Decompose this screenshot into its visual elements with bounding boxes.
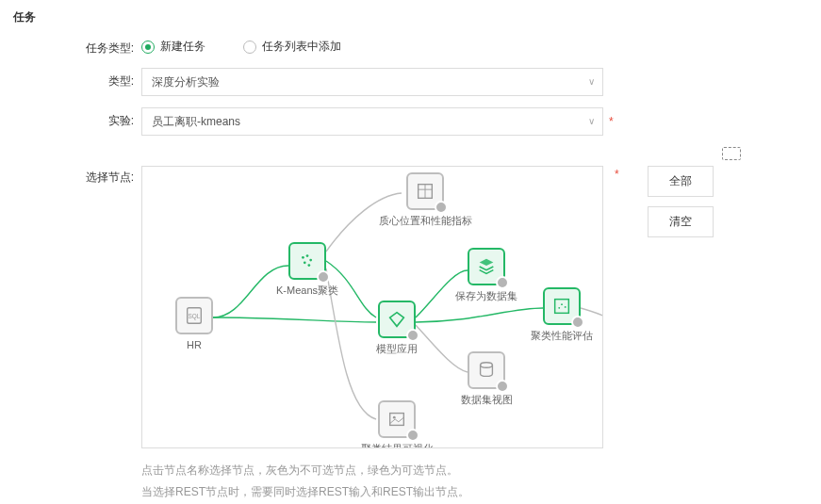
node-label: 数据集视图 xyxy=(444,393,529,406)
task-type-label: 任务类型: xyxy=(13,35,141,57)
status-badge-icon xyxy=(496,380,509,393)
diamond-icon xyxy=(386,309,407,330)
status-badge-icon xyxy=(435,201,448,214)
node-canvas[interactable]: SQL HR K-Means聚类 xyxy=(141,166,603,448)
chart-icon xyxy=(551,296,572,317)
required-mark: * xyxy=(615,166,619,181)
radio-new-label: 新建任务 xyxy=(160,39,205,55)
svg-text:SQL: SQL xyxy=(189,313,201,320)
svg-point-4 xyxy=(304,261,306,264)
svg-point-6 xyxy=(307,264,310,267)
fullscreen-icon[interactable] xyxy=(722,147,741,160)
node-label: 聚类结果可视化 xyxy=(354,442,439,448)
hint-line-1: 点击节点名称选择节点，灰色为不可选节点，绿色为可选节点。 xyxy=(141,460,808,481)
node-hr[interactable]: SQL HR xyxy=(152,297,237,351)
table-icon xyxy=(415,181,435,202)
svg-point-2 xyxy=(302,256,304,259)
svg-point-12 xyxy=(481,363,493,368)
status-badge-icon xyxy=(406,329,419,342)
cluster-icon xyxy=(297,251,318,271)
radio-append-label: 任务列表中添加 xyxy=(262,39,341,55)
svg-point-3 xyxy=(306,254,309,257)
svg-point-16 xyxy=(565,306,566,308)
node-label: 多视图 xyxy=(591,340,603,353)
node-label: 质心位置和性能指标 xyxy=(369,214,482,227)
status-badge-icon xyxy=(406,429,419,442)
sql-icon: SQL xyxy=(184,305,205,326)
experiment-select[interactable]: 员工离职-kmeans ∨ xyxy=(141,107,603,136)
radio-icon xyxy=(243,41,256,54)
hint-text: 点击节点名称选择节点，灰色为不可选节点，绿色为可选节点。 当选择REST节点时，… xyxy=(141,460,808,503)
image-icon xyxy=(386,409,407,430)
chevron-down-icon: ∨ xyxy=(588,69,595,95)
experiment-value: 员工离职-kmeans xyxy=(152,115,240,128)
select-all-button[interactable]: 全部 xyxy=(648,166,714,197)
node-multi-view[interactable]: 多视图 xyxy=(591,302,603,353)
svg-point-11 xyxy=(393,416,396,419)
node-kmeans[interactable]: K-Means聚类 xyxy=(265,242,350,297)
type-label: 类型: xyxy=(13,68,141,89)
type-select[interactable]: 深度分析实验 ∨ xyxy=(141,68,603,96)
database-icon xyxy=(476,360,497,381)
node-save-dataset[interactable]: 保存为数据集 xyxy=(444,248,529,302)
svg-point-15 xyxy=(561,303,563,305)
node-label: HR xyxy=(152,338,237,351)
node-centroid[interactable]: 质心位置和性能指标 xyxy=(369,172,482,227)
radio-new-task[interactable]: 新建任务 xyxy=(141,39,205,55)
status-badge-icon xyxy=(317,270,330,284)
required-mark: * xyxy=(609,107,614,128)
section-title: 任务 xyxy=(0,0,821,35)
svg-rect-13 xyxy=(555,300,569,314)
experiment-label: 实验: xyxy=(13,107,141,129)
node-dataset-view[interactable]: 数据集视图 xyxy=(444,351,529,406)
node-label: K-Means聚类 xyxy=(265,284,350,297)
node-cluster-vis[interactable]: 聚类结果可视化 xyxy=(354,400,439,448)
hint-line-2: 当选择REST节点时，需要同时选择REST输入和REST输出节点。 xyxy=(141,481,808,503)
type-value: 深度分析实验 xyxy=(152,75,220,89)
svg-point-14 xyxy=(558,307,560,309)
status-badge-icon xyxy=(496,276,509,289)
node-label: 保存为数据集 xyxy=(444,289,529,302)
chevron-down-icon: ∨ xyxy=(588,108,595,135)
svg-point-5 xyxy=(309,259,312,262)
clear-button[interactable]: 清空 xyxy=(648,206,714,237)
radio-icon xyxy=(141,41,155,54)
select-nodes-label: 选择节点: xyxy=(13,166,141,186)
node-model-apply[interactable]: 模型应用 xyxy=(354,301,439,355)
status-badge-icon xyxy=(571,316,584,329)
node-label: 模型应用 xyxy=(354,342,439,355)
radio-append-task[interactable]: 任务列表中添加 xyxy=(243,39,341,55)
stack-icon xyxy=(476,256,497,277)
